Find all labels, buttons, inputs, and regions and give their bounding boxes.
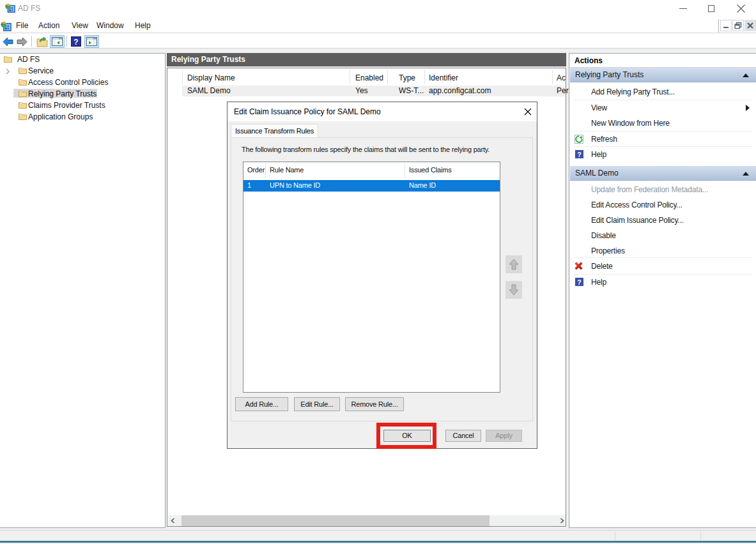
svg-text:?: ? [73,38,78,47]
svg-text:?: ? [577,278,581,286]
svg-text:?: ? [577,151,581,158]
